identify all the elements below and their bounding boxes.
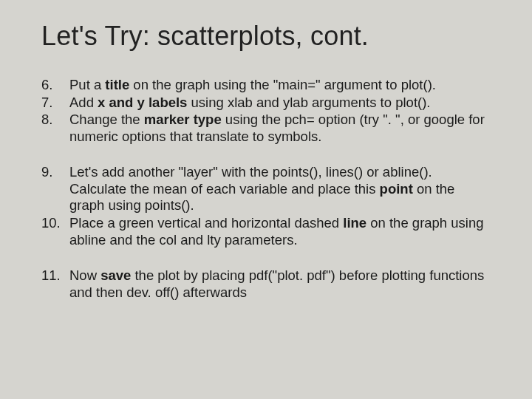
item-text: Place a green vertical and horizontal da… <box>69 215 491 248</box>
content: 6.Put a title on the graph using the "ma… <box>41 77 491 301</box>
list-item: 8.Change the marker type using the pch= … <box>41 112 491 145</box>
slide-title: Let's Try: scatterplots, cont. <box>41 21 491 52</box>
item-text: Add x and y labels using xlab and ylab a… <box>69 95 491 112</box>
list-item: 6.Put a title on the graph using the "ma… <box>41 77 491 94</box>
slide: Let's Try: scatterplots, cont. 6.Put a t… <box>0 0 532 399</box>
item-number: 7. <box>41 95 69 112</box>
list-item: 11.Now save the plot by placing pdf("plo… <box>41 267 491 301</box>
list-block: 11.Now save the plot by placing pdf("plo… <box>41 267 491 301</box>
item-number: 8. <box>41 112 69 145</box>
list-item: 9.Let's add another "layer" with the poi… <box>41 164 491 214</box>
item-number: 10. <box>41 215 69 248</box>
list-item: 10.Place a green vertical and horizontal… <box>41 215 491 248</box>
item-text: Put a title on the graph using the "main… <box>69 77 491 94</box>
item-text: Let's add another "layer" with the point… <box>69 164 491 214</box>
item-number: 9. <box>41 164 69 214</box>
item-text: Change the marker type using the pch= op… <box>69 112 491 145</box>
item-number: 11. <box>41 267 69 301</box>
list-item: 7.Add x and y labels using xlab and ylab… <box>41 95 491 112</box>
list-block: 6.Put a title on the graph using the "ma… <box>41 77 491 145</box>
item-text: Now save the plot by placing pdf("plot. … <box>69 267 491 301</box>
list-block: 9.Let's add another "layer" with the poi… <box>41 164 491 248</box>
item-number: 6. <box>41 77 69 94</box>
